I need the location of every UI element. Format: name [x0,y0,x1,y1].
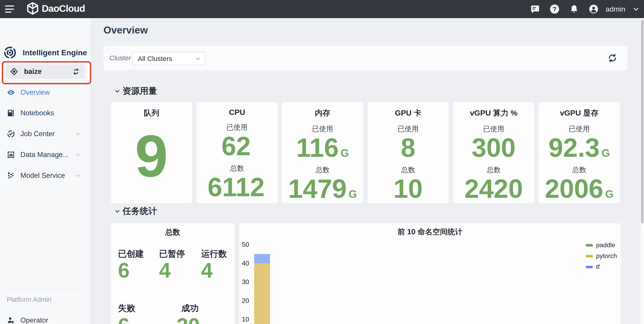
sidebar: Intelligent Engine baize [0,18,90,324]
brand-logo[interactable]: DaoCloud [27,2,85,15]
sidebar-item-model-service[interactable]: Model Service [0,168,90,183]
page-title: Overview [104,24,148,36]
sidebar-item-overview[interactable]: Overview [0,85,90,99]
namespace-chart-card: 前 10 命名空间统计 50 40 30 20 10 paddle pytorc… [239,223,621,324]
gridline [252,263,579,264]
sidebar-item-data-management[interactable]: Data Manage... [0,148,90,162]
menu-hamburger-icon[interactable] [5,5,14,13]
sidebar-item-label: Operator [20,316,90,324]
bar-segment-pytorch[interactable] [254,263,270,324]
stat-card-cpu: CPU 已使用 62 总数 6112 [196,102,278,203]
data-chart-icon [7,151,15,159]
sidebar-item-job-center[interactable]: Job Center [0,127,90,141]
task-stat-label: 运行数 [201,248,227,260]
notification-bell-icon[interactable] [569,4,579,14]
feedback-chat-icon[interactable] [530,4,540,14]
used-value: 62 [222,132,252,161]
scrollbar-thumb[interactable] [641,19,644,223]
stat-value: 9 [135,126,168,186]
daocloud-cube-icon [27,2,38,15]
section-title: 任务统计 [122,205,157,217]
stat-card-title: GPU 卡 [395,108,422,118]
refresh-icon[interactable] [607,53,618,63]
baize-module-icon [10,67,18,76]
chevron-down-icon[interactable] [75,172,81,179]
cluster-label: Cluster [110,54,131,62]
brand-name: DaoCloud [42,3,85,14]
sidebar-item-label: Job Center [20,130,75,138]
sidebar-divider [4,289,86,289]
platform-admin-label: Platform Admin [7,296,52,303]
legend-label: pytorch [596,252,617,260]
legend-item-paddle[interactable]: paddle [586,242,617,249]
product-name: Intelligent Engine [23,48,87,57]
section-title: 资源用量 [122,85,157,97]
main-content: Overview Cluster All Clusters 资源用量 队列 9 [90,18,644,324]
workspace-selector[interactable]: baize [6,65,85,79]
sidebar-item-operator[interactable]: Operator [0,313,90,324]
used-value: 92.3G [548,134,610,162]
user-avatar[interactable] [589,4,598,14]
job-check-icon [7,130,15,138]
legend-item-tf[interactable]: tf [586,264,617,270]
used-label: 已使用 [483,124,504,134]
total-label: 总数 [230,163,244,173]
scrollbar[interactable] [640,18,644,324]
book-icon [7,109,15,117]
user-menu-chevron-icon[interactable] [632,5,640,13]
task-stat-value: 4 [159,260,171,281]
legend-label: tf [596,263,600,271]
gridline [252,319,579,320]
used-value: 300 [472,134,516,162]
task-stat-value: 20 [176,315,200,324]
stat-card-title: vGPU 算力 % [470,108,518,118]
legend-swatch [586,244,593,247]
sidebar-item-label: Data Manage... [20,151,75,159]
gridline [252,244,579,245]
username-label: admin [606,5,626,13]
total-label: 总数 [487,165,501,175]
cluster-select[interactable]: All Clusters [132,52,205,65]
stat-card-title: CPU [229,108,245,117]
section-tasks-header[interactable]: 任务统计 [114,205,157,217]
used-label: 已使用 [226,123,248,132]
section-resources-header[interactable]: 资源用量 [114,85,157,97]
stat-card-memory: 内存 已使用 116G 总数 1479G [282,102,364,203]
task-summary-card: 总数 已创建 已暂停 运行数 6 4 4 失败 成功 6 20 [110,223,235,324]
y-axis-tick: 20 [239,297,249,305]
y-axis-tick: 30 [239,278,249,286]
task-stat-label: 成功 [181,303,198,314]
total-value: 6112 [208,173,267,201]
intelligent-engine-icon [3,46,17,59]
used-value: 8 [401,134,416,162]
sidebar-item-notebooks[interactable]: Notebooks [0,106,90,120]
task-stat-label: 已暂停 [159,248,185,260]
stacked-bar[interactable] [254,244,270,324]
sidebar-item-label: Model Service [20,171,75,180]
help-icon[interactable]: ? [550,4,559,14]
task-card-title: 总数 [111,227,235,237]
resource-cards-row: 队列 9 CPU 已使用 62 总数 6112 内存 已使用 116G 总数 1… [110,102,620,201]
model-nodes-icon [7,171,15,180]
total-value: 1479G [288,175,357,203]
total-label: 总数 [572,165,586,175]
section-chevron-icon[interactable] [114,208,121,215]
operator-user-gear-icon [7,316,15,324]
chevron-down-icon[interactable] [75,131,81,137]
stat-card-title: 队列 [144,108,159,118]
used-label: 已使用 [312,124,333,134]
task-stat-value: 6 [118,315,130,324]
used-label: 已使用 [569,124,590,134]
total-label: 总数 [401,165,415,175]
bar-segment-tf[interactable] [254,254,270,263]
section-chevron-icon[interactable] [114,88,121,95]
stat-card-title: 内存 [315,108,330,118]
legend-item-pytorch[interactable]: pytorch [586,253,617,259]
used-label: 已使用 [398,124,419,134]
legend-label: paddle [596,242,615,249]
chevron-down-icon[interactable] [75,152,81,158]
used-value: 116G [296,134,349,162]
eye-icon [7,88,15,97]
switch-workspace-icon[interactable] [72,68,80,75]
cluster-select-value: All Clusters [138,55,195,63]
